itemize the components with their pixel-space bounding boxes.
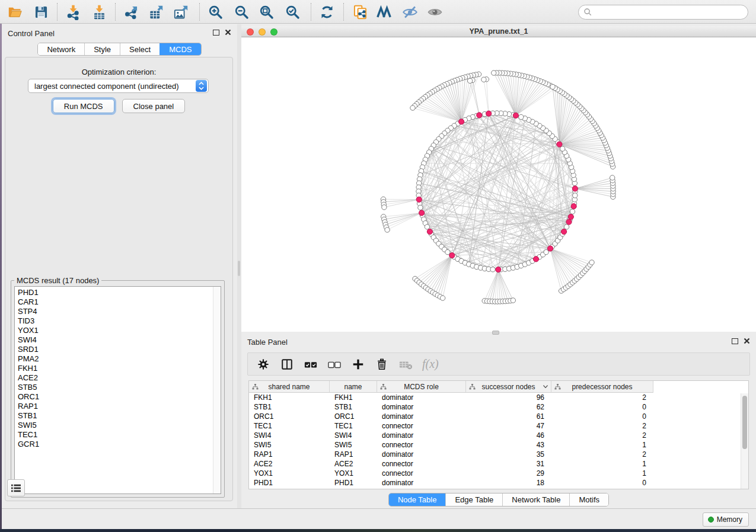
mcds-result-item[interactable]: STB5 bbox=[15, 383, 213, 392]
close-panel-button[interactable]: Close panel bbox=[122, 99, 186, 113]
network-satellite-node[interactable] bbox=[467, 78, 472, 83]
table-row[interactable]: RAP1RAP1dominator352 bbox=[249, 450, 748, 459]
save-session-button[interactable] bbox=[31, 2, 51, 21]
tab-select[interactable]: Select bbox=[120, 43, 160, 55]
mcds-result-item[interactable]: ACE2 bbox=[15, 373, 213, 383]
network-node[interactable] bbox=[519, 114, 524, 119]
close-panel-icon[interactable] bbox=[744, 338, 750, 344]
network-node-selected[interactable] bbox=[449, 253, 455, 258]
network-satellite-node[interactable] bbox=[382, 205, 387, 210]
clone-network-button[interactable] bbox=[350, 2, 370, 21]
network-node-selected[interactable] bbox=[572, 186, 578, 191]
table-row[interactable]: STB1STB1dominator620 bbox=[249, 402, 748, 412]
panel-splitter[interactable] bbox=[237, 24, 241, 508]
network-node[interactable] bbox=[570, 209, 575, 214]
table-row[interactable]: SWI4SWI4dominator462 bbox=[249, 431, 748, 440]
zoom-fit-button[interactable] bbox=[256, 2, 276, 21]
panel-menu-button[interactable] bbox=[7, 479, 25, 496]
select-all-button[interactable] bbox=[304, 357, 318, 371]
network-window-titlebar[interactable]: YPA_prune.txt_1 bbox=[241, 26, 756, 37]
network-satellite-node[interactable] bbox=[511, 298, 515, 303]
mcds-result-item[interactable]: SWI5 bbox=[15, 421, 213, 430]
network-satellite-node[interactable] bbox=[492, 70, 496, 75]
open-file-button[interactable] bbox=[5, 2, 25, 21]
search-input[interactable] bbox=[592, 7, 748, 18]
network-node-selected[interactable] bbox=[568, 214, 573, 219]
network-satellite-node[interactable] bbox=[589, 260, 594, 265]
mcds-result-item[interactable]: SWI4 bbox=[15, 335, 213, 345]
network-node[interactable] bbox=[418, 205, 423, 210]
mcds-result-item[interactable]: ORC1 bbox=[15, 392, 213, 402]
network-satellite-node[interactable] bbox=[481, 77, 486, 82]
mcds-result-item[interactable]: SRD1 bbox=[15, 345, 213, 354]
deselect-all-button[interactable] bbox=[327, 357, 342, 371]
column-header-shared-name[interactable]: shared name bbox=[249, 381, 330, 393]
import-network-button[interactable] bbox=[63, 2, 83, 21]
network-node-selected[interactable] bbox=[477, 113, 482, 118]
export-table-button[interactable] bbox=[146, 2, 166, 21]
network-satellite-node[interactable] bbox=[410, 105, 415, 110]
table-tab-edge-table[interactable]: Edge Table bbox=[445, 493, 502, 506]
table-row[interactable]: ACE2ACE2connector311 bbox=[249, 459, 748, 469]
network-satellite-node[interactable] bbox=[385, 227, 390, 232]
network-table-splitter[interactable] bbox=[492, 331, 499, 335]
network-node-selected[interactable] bbox=[562, 229, 567, 234]
criterion-select[interactable]: largest connected component (undirected) bbox=[28, 79, 209, 93]
network-node-selected[interactable] bbox=[427, 229, 432, 234]
scrollbar-thumb[interactable] bbox=[742, 396, 747, 449]
column-header-successor-nodes[interactable]: successor nodes bbox=[466, 381, 551, 393]
network-node-selected[interactable] bbox=[571, 204, 576, 209]
mcds-result-item[interactable]: RAP1 bbox=[15, 402, 213, 411]
show-all-button[interactable] bbox=[425, 2, 445, 21]
network-node-selected[interactable] bbox=[533, 257, 538, 262]
mcds-result-item[interactable]: TID3 bbox=[15, 316, 213, 326]
network-satellite-node[interactable] bbox=[440, 296, 445, 300]
mcds-result-item[interactable]: YOX1 bbox=[15, 326, 213, 335]
import-table-button[interactable] bbox=[89, 2, 109, 21]
zoom-out-button[interactable] bbox=[231, 2, 251, 21]
mcds-result-item[interactable]: TEC1 bbox=[15, 430, 213, 440]
mcds-result-list[interactable]: PHD1CAR1STP4TID3YOX1SWI4SRD1PMA2FKH1ACE2… bbox=[14, 286, 221, 494]
network-node-selected[interactable] bbox=[459, 119, 464, 124]
column-settings-button[interactable] bbox=[256, 357, 270, 371]
table-tab-motifs[interactable]: Motifs bbox=[569, 493, 608, 506]
network-node-selected[interactable] bbox=[547, 246, 553, 251]
network-node[interactable] bbox=[560, 146, 565, 151]
mcds-result-item[interactable]: STP4 bbox=[15, 307, 213, 316]
table-row[interactable]: TEC1TEC1connector472 bbox=[249, 421, 748, 431]
zoom-in-button[interactable] bbox=[205, 2, 225, 21]
mcds-result-item[interactable]: PMA2 bbox=[15, 354, 213, 364]
hide-selected-button[interactable] bbox=[400, 2, 420, 21]
mcds-result-item[interactable]: PHD1 bbox=[15, 288, 213, 297]
show-columns-button[interactable] bbox=[280, 357, 294, 371]
table-row[interactable]: YOX1YOX1connector291 bbox=[249, 469, 748, 478]
column-header-predecessor-nodes[interactable]: predecessor nodes bbox=[551, 381, 653, 393]
memory-button[interactable]: Memory bbox=[703, 512, 749, 527]
mcds-result-item[interactable]: GCR1 bbox=[15, 440, 213, 449]
table-tab-network-table[interactable]: Network Table bbox=[502, 493, 569, 506]
mcds-result-item[interactable]: CAR1 bbox=[15, 297, 213, 307]
network-node-selected[interactable] bbox=[419, 210, 425, 216]
network-node[interactable] bbox=[445, 249, 450, 254]
table-row[interactable]: SWI5SWI5connector431 bbox=[249, 440, 748, 450]
network-node[interactable] bbox=[564, 225, 569, 229]
network-node[interactable] bbox=[573, 193, 578, 198]
network-node[interactable] bbox=[425, 225, 429, 229]
run-mcds-button[interactable]: Run MCDS bbox=[53, 99, 114, 113]
network-node-selected[interactable] bbox=[566, 219, 572, 225]
network-node-selected[interactable] bbox=[416, 197, 422, 202]
first-neighbors-button[interactable] bbox=[374, 2, 394, 21]
network-satellite-node[interactable] bbox=[610, 175, 615, 180]
network-node[interactable] bbox=[490, 267, 495, 272]
delete-column-button[interactable] bbox=[375, 357, 389, 371]
table-scrollbar[interactable] bbox=[741, 393, 748, 489]
column-header-name[interactable]: name bbox=[330, 381, 377, 393]
network-node-selected[interactable] bbox=[557, 142, 562, 147]
table-tab-node-table[interactable]: Node Table bbox=[389, 493, 446, 506]
float-panel-icon[interactable] bbox=[732, 338, 738, 344]
tab-style[interactable]: Style bbox=[84, 43, 120, 55]
mcds-result-item[interactable]: FKH1 bbox=[15, 364, 213, 373]
network-node-selected[interactable] bbox=[513, 113, 518, 118]
zoom-selected-button[interactable] bbox=[282, 2, 302, 21]
table-row[interactable]: FKH1FKH1dominator962 bbox=[249, 393, 748, 402]
